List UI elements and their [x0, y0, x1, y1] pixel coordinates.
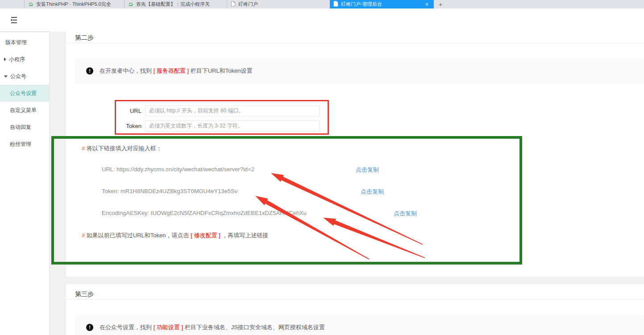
sidebar-item-label: 粉丝管理	[10, 141, 31, 148]
notice-text: 在开发者中心，找到	[100, 67, 154, 75]
admin-sidebar: 版本管理 小程序 公众号 公众号设置 自定义菜单 自动回复 粉丝管理	[0, 32, 49, 335]
step3-title: 第三步	[66, 284, 644, 300]
thinkphp-favicon-icon	[128, 1, 133, 8]
notice-text: 栏目下业务域名、JS接口安全域名、网页授权域名设置	[183, 323, 325, 331]
tabstrip-spacer	[0, 0, 25, 8]
new-tab-button[interactable]: +	[434, 0, 447, 8]
sidebar-item-label: 公众号	[10, 73, 26, 80]
page-icon	[231, 1, 236, 8]
sidebar-item-label: 版本管理	[5, 39, 27, 46]
tab-title: 安装ThinkPHP · ThinkPHP5.0完全	[36, 1, 120, 8]
notice-text: 在公众号设置，找到	[100, 323, 154, 331]
sidebar-item-label: 公众号设置	[10, 90, 37, 97]
sidebar-item-label: 自定义菜单	[10, 107, 37, 114]
server-url-value: URL: https://ddy.zhycms.cn/city/wechat/w…	[102, 166, 254, 173]
red-annotation-box: URL Token	[115, 100, 329, 135]
step2-card: 第二步 ! 在开发者中心，找到 [ 服务器配置 ] 栏目下URL和Token设置…	[66, 32, 644, 277]
sidebar-item-label: 小程序	[9, 56, 25, 63]
instructions-footer: # 如果以前已填写过URL和Token，请点击 [ 修改配置 ] ，再填写上述链…	[82, 232, 268, 240]
token-value: Token: mR1H8NBDEz4UZBkg3ST0MGU4eY13e5Sv	[102, 188, 237, 194]
main-content: 第二步 ! 在开发者中心，找到 [ 服务器配置 ] 栏目下URL和Token设置…	[49, 32, 644, 335]
red-arrow	[255, 196, 369, 260]
chevron-down-icon	[4, 75, 8, 78]
browser-tab-portal[interactable]: 叮咚门户	[227, 0, 330, 8]
step3-notice: ! 在公众号设置，找到 [ 功能设置 ] 栏目下业务域名、JS接口安全域名、网页…	[75, 314, 644, 335]
notice-text: 栏目下URL和Token设置	[189, 67, 252, 75]
thinkphp-favicon-icon	[28, 1, 33, 8]
copy-aeskey-link[interactable]: 点击复制	[394, 210, 417, 218]
green-annotation-box	[51, 136, 522, 265]
sidebar-item-miniprogram[interactable]: 小程序	[0, 51, 49, 68]
red-arrow	[323, 218, 425, 258]
step2-notice: ! 在开发者中心，找到 [ 服务器配置 ] 栏目下URL和Token设置	[75, 58, 644, 84]
encoding-aes-key-value: EncodingAESKey: tUOWgE2cN5fZAHDFxCRqZmxh…	[102, 210, 307, 216]
instructions-intro: # 将以下链接填入对应输入框：	[82, 145, 162, 153]
sidebar-item-auto-reply[interactable]: 自动回复	[0, 119, 49, 136]
tab-close-icon[interactable]: ×	[424, 2, 430, 7]
browser-tabstrip: 安装ThinkPHP · ThinkPHP5.0完全 首先【基础配置】：完成小程…	[0, 0, 644, 8]
copy-token-link[interactable]: 点击复制	[361, 188, 384, 196]
footer-highlight: [ 修改配置 ]	[191, 232, 220, 239]
sidebar-item-version-manage[interactable]: 版本管理	[0, 34, 49, 51]
url-field-label: URL	[116, 108, 145, 114]
sidebar-item-official-account[interactable]: 公众号	[0, 68, 49, 85]
admin-header	[0, 8, 644, 32]
token-input[interactable]	[145, 120, 320, 132]
exclamation-icon: !	[86, 67, 93, 74]
red-arrow	[271, 173, 423, 245]
chevron-right-icon	[4, 58, 6, 61]
tab-title: 叮咚门户	[238, 1, 326, 8]
page-icon	[333, 1, 338, 8]
sidebar-item-fans-manage[interactable]: 粉丝管理	[0, 136, 49, 153]
tab-title: 首先【基础配置】：完成小程序关	[136, 1, 223, 8]
copy-url-link[interactable]: 点击复制	[356, 166, 379, 174]
notice-highlight: [ 服务器配置 ]	[154, 67, 189, 75]
sidebar-item-account-settings[interactable]: 公众号设置	[0, 85, 49, 102]
browser-tab-admin-active[interactable]: 叮咚门户-管理后台 ×	[330, 0, 434, 8]
exclamation-icon: !	[86, 324, 93, 331]
browser-tab-basic-config[interactable]: 首先【基础配置】：完成小程序关	[125, 0, 227, 8]
token-field-label: Token	[116, 123, 145, 129]
collapse-menu-icon[interactable]	[9, 16, 19, 24]
browser-tab-thinkphp-install[interactable]: 安装ThinkPHP · ThinkPHP5.0完全	[25, 0, 125, 8]
sidebar-item-custom-menu[interactable]: 自定义菜单	[0, 102, 49, 119]
notice-highlight: [ 功能设置 ]	[154, 323, 183, 331]
sidebar-item-label: 自动回复	[10, 124, 31, 131]
step3-card: 第三步 ! 在公众号设置，找到 [ 功能设置 ] 栏目下业务域名、JS接口安全域…	[66, 284, 644, 335]
step2-title: 第二步	[66, 32, 644, 43]
url-input[interactable]	[145, 105, 320, 116]
tab-title: 叮咚门户-管理后台	[341, 1, 421, 8]
